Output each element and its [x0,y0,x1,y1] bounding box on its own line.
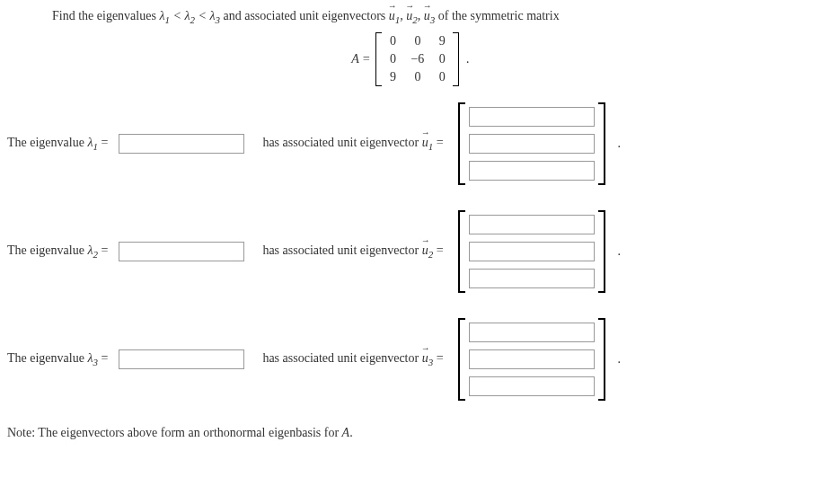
note-text: Note: The eigenvectors above form an ort… [7,426,814,440]
vector-list: u1, u2, u3 [389,9,436,22]
eigenvalue-label: The eigenvalue λ2 = [7,243,108,260]
row-3-dot: . [618,352,622,367]
eigenvector-label-1: has associated unit eigenvector u1 = [262,136,443,152]
eigenvector-2-comp-1-input[interactable] [469,215,595,234]
eigenvalue-3-input[interactable] [119,349,244,369]
matrix-cell: 0 [410,70,424,84]
intro-suffix: of the symmetric matrix [435,9,559,22]
eigenvector-3-box [458,318,605,401]
lambda-1: λ1 [87,136,98,149]
row-2-dot: . [618,244,622,259]
matrix-dot: . [466,52,470,66]
eigenvector-label-3: has associated unit eigenvector u3 = [262,351,443,367]
eigenvector-label-2: has associated unit eigenvector u2 = [262,243,443,260]
intro-prefix: Find the eigenvalues [52,9,159,22]
eigenvector-2-comp-2-input[interactable] [469,242,595,261]
note-A: A [342,426,350,439]
matrix-cell: −6 [410,52,424,66]
row-1-dot: . [618,137,622,151]
eigenvalue-2-input[interactable] [119,242,244,261]
eigenvalue-1-input[interactable] [119,134,244,154]
eigenvalue-row-3: The eigenvalue λ3 = has associated unit … [7,318,814,401]
matrix-cell: 9 [437,34,447,49]
intro-mid: and associated unit eigenvectors [220,9,389,22]
matrix-cell: 0 [387,52,398,66]
matrix-display: A = 0 0 9 0 −6 0 9 0 0 . [7,32,814,86]
eigenvector-3-comp-2-input[interactable] [469,349,595,369]
matrix-cell: 9 [387,70,398,84]
eigenvector-3-comp-1-input[interactable] [469,323,595,342]
eigenvector-1-comp-1-input[interactable] [469,107,595,127]
eigenvector-2-comp-3-input[interactable] [469,269,595,288]
eigenvector-2-box [458,210,605,293]
eigenvector-1-comp-3-input[interactable] [469,161,595,181]
matrix-label: A = [351,52,370,66]
problem-statement: Find the eigenvalues λ1 < λ2 < λ3 and as… [52,9,814,25]
eigenvalue-row-2: The eigenvalue λ2 = has associated unit … [7,210,814,293]
eigenvector-3-comp-3-input[interactable] [469,376,595,396]
eigenvector-1-comp-2-input[interactable] [469,134,595,154]
matrix-A: 0 0 9 0 −6 0 9 0 0 [375,32,459,86]
eigenvalue-label: The eigenvalue λ3 = [7,351,108,367]
lambda-2: λ2 [87,243,98,257]
matrix-cell: 0 [437,70,447,84]
lambda-order: λ1 < λ2 < λ3 [159,9,220,22]
eigenvalue-label: The eigenvalue λ1 = [7,136,108,152]
eigenvalue-row-1: The eigenvalue λ1 = has associated unit … [7,102,814,185]
matrix-cell: 0 [437,52,447,66]
matrix-cell: 0 [387,34,398,49]
lambda-3: λ3 [87,351,98,365]
matrix-cell: 0 [410,34,424,49]
eigenvector-1-box [458,102,605,185]
